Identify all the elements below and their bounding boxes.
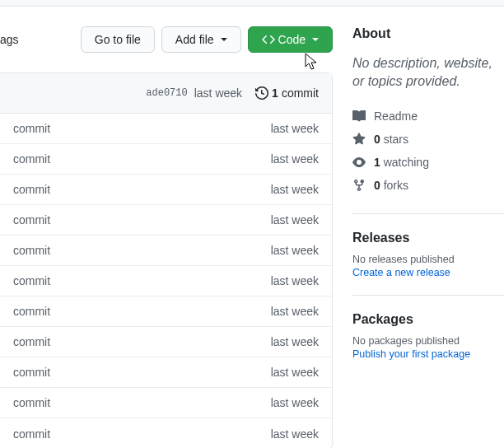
file-commit-msg: commit xyxy=(13,274,50,287)
commit-hash[interactable]: ade0710 xyxy=(146,87,187,99)
file-commit-msg: commit xyxy=(13,152,50,166)
file-row[interactable]: commitlast week xyxy=(0,357,332,388)
file-row[interactable]: commitlast week xyxy=(0,296,332,327)
star-icon xyxy=(352,133,366,146)
publish-package-link[interactable]: Publish your first package xyxy=(352,348,504,360)
file-date: last week xyxy=(271,427,319,441)
file-date: last week xyxy=(271,366,319,379)
commit-header: ade0710 last week 1 commit xyxy=(0,73,332,114)
file-row[interactable]: commitlast week xyxy=(0,236,332,266)
stars-label: stars xyxy=(384,133,408,146)
commit-count: 1 xyxy=(272,86,278,100)
about-description: No description, website, or topics provi… xyxy=(352,54,504,91)
commit-date: last week xyxy=(194,86,242,100)
chevron-down-icon xyxy=(221,38,227,41)
fork-icon xyxy=(352,179,366,192)
file-row[interactable]: commitlast week xyxy=(0,388,332,418)
file-commit-msg: commit xyxy=(13,396,50,409)
packages-text: No packages published xyxy=(352,335,504,347)
file-commit-msg: commit xyxy=(13,335,50,348)
code-button[interactable]: Code xyxy=(248,26,333,53)
packages-title: Packages xyxy=(352,312,504,327)
file-commit-msg: commit xyxy=(13,305,50,318)
stars-count: 0 xyxy=(374,133,380,146)
file-row[interactable]: commitlast week xyxy=(0,114,332,144)
eye-icon xyxy=(352,156,366,169)
readme-label: Readme xyxy=(374,110,418,123)
commit-label: commit xyxy=(282,86,319,100)
go-to-file-button[interactable]: Go to file xyxy=(81,26,155,53)
forks-link[interactable]: 0 forks xyxy=(352,174,504,197)
releases-title: Releases xyxy=(352,231,504,245)
file-commit-msg: commit xyxy=(13,427,50,441)
watching-label: watching xyxy=(384,156,429,169)
file-list: ade0710 last week 1 commit commitlast we… xyxy=(0,72,333,448)
create-release-link[interactable]: Create a new release xyxy=(352,267,504,278)
file-commit-msg: commit xyxy=(13,183,50,196)
file-row[interactable]: commitlast week xyxy=(0,144,332,175)
file-row[interactable]: commitlast week xyxy=(0,418,332,448)
file-row[interactable]: commitlast week xyxy=(0,266,332,296)
forks-count: 0 xyxy=(374,179,380,192)
watching-link[interactable]: 1 watching xyxy=(352,151,504,174)
chevron-down-icon xyxy=(312,38,319,41)
forks-label: forks xyxy=(384,179,408,192)
file-date: last week xyxy=(271,183,319,196)
file-date: last week xyxy=(271,122,319,135)
file-date: last week xyxy=(271,213,319,226)
code-label: Code xyxy=(278,33,306,46)
about-title: About xyxy=(352,26,504,41)
watching-count: 1 xyxy=(374,156,380,169)
file-row[interactable]: commitlast week xyxy=(0,327,332,357)
file-commit-msg: commit xyxy=(13,213,50,226)
file-date: last week xyxy=(271,274,319,287)
file-date: last week xyxy=(271,244,319,257)
add-file-label: Add file xyxy=(175,33,214,46)
stars-link[interactable]: 0 stars xyxy=(352,128,504,151)
file-row[interactable]: commitlast week xyxy=(0,205,332,236)
file-date: last week xyxy=(271,335,319,348)
file-row[interactable]: commitlast week xyxy=(0,175,332,205)
file-commit-msg: commit xyxy=(13,122,50,135)
file-commit-msg: commit xyxy=(13,244,50,257)
commits-link[interactable]: 1 commit xyxy=(255,86,319,100)
file-date: last week xyxy=(271,305,319,318)
book-icon xyxy=(352,110,366,123)
add-file-button[interactable]: Add file xyxy=(161,26,241,53)
releases-text: No releases published xyxy=(352,254,504,265)
readme-link[interactable]: Readme xyxy=(352,105,504,128)
file-date: last week xyxy=(271,396,319,409)
file-commit-msg: commit xyxy=(13,366,50,379)
file-date: last week xyxy=(271,152,319,166)
tags-label: ags xyxy=(0,33,74,46)
code-icon xyxy=(262,33,275,46)
history-icon xyxy=(255,86,268,100)
